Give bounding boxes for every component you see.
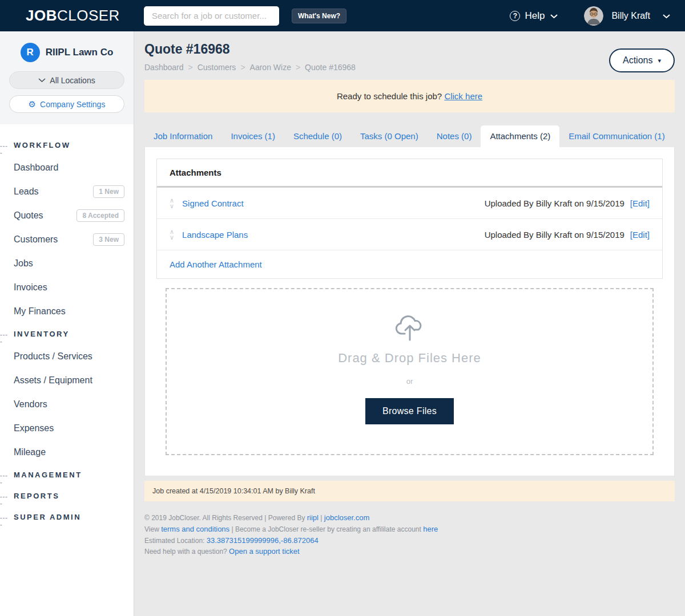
file-dropzone[interactable]: Drag & Drop Files Here or Browse Files — [166, 288, 654, 455]
browse-files-button[interactable]: Browse Files — [365, 398, 454, 424]
footer-text: | — [319, 514, 324, 522]
section-dash-icon: ---- — [0, 514, 8, 528]
footer-line-3: Estimated Location: 33.387315199999996,-… — [144, 536, 675, 546]
breadcrumb-separator: > — [240, 63, 245, 72]
company-settings-button[interactable]: ⚙ Company Settings — [9, 95, 124, 113]
sidebar-item-quotes[interactable]: Quotes8 Accepted — [0, 204, 134, 228]
tab-email-communication-1[interactable]: Email Communication (1) — [559, 125, 674, 147]
sidebar-section-workflow[interactable]: ----WORKFLOW — [0, 135, 134, 156]
company-row: R RIIPL Lawn Co — [9, 43, 124, 62]
sidebar-item-leads[interactable]: Leads1 New — [0, 180, 134, 204]
footer-text: View — [144, 525, 161, 533]
sidebar-item-mileage[interactable]: Mileage — [0, 440, 134, 464]
sidebar-item-label: Dashboard — [14, 163, 58, 173]
schedule-click-here-link[interactable]: Click here — [444, 91, 482, 101]
sidebar-item-label: Expenses — [14, 423, 54, 433]
company-name: RIIPL Lawn Co — [46, 47, 114, 58]
actions-button[interactable]: Actions ▾ — [609, 48, 675, 72]
attachment-row: ∧∨Signed ContractUploaded By Billy Kraft… — [157, 188, 662, 219]
footer-link[interactable]: 33.387315199999996,-86.872064 — [207, 536, 319, 545]
reorder-handle[interactable]: ∧∨ — [170, 229, 174, 240]
help-menu[interactable]: ? Help — [510, 10, 558, 22]
sidebar-section-management[interactable]: ----MANAGEMENT — [0, 464, 134, 485]
navbar-right: ? Help Billy Kraft — [510, 6, 685, 26]
attachment-row-right: Uploaded By Billy Kraft on 9/15/2019[Edi… — [485, 230, 650, 240]
section-dash-icon: ---- — [0, 493, 8, 506]
dropzone-title: Drag & Drop Files Here — [167, 351, 652, 366]
footer-line-2: View terms and conditions | Become a Job… — [144, 524, 675, 534]
section-label: REPORTS — [14, 492, 59, 500]
section-label: INVENTORY — [14, 330, 70, 338]
sidebar-item-label: Vendors — [14, 399, 47, 410]
logo-light: CLOSER — [57, 7, 120, 24]
footer-text: | Become a JobCloser re-seller by creati… — [229, 525, 423, 533]
sidebar-item-label: Assets / Equipment — [14, 375, 92, 386]
attachment-name-link[interactable]: Landscape Plans — [182, 230, 248, 240]
sidebar-item-vendors[interactable]: Vendors — [0, 392, 134, 416]
sidebar-section-super-admin[interactable]: ----SUPER ADMIN — [0, 506, 134, 528]
sidebar-item-assets-equipment[interactable]: Assets / Equipment — [0, 368, 134, 392]
section-dash-icon: ---- — [0, 142, 8, 156]
app-body: R RIIPL Lawn Co All Locations ⚙ Company … — [0, 31, 685, 616]
tab-schedule-0[interactable]: Schedule (0) — [284, 125, 351, 147]
tab-invoices-1[interactable]: Invoices (1) — [221, 125, 284, 147]
attachment-name-link[interactable]: Signed Contract — [182, 198, 244, 208]
section-label: MANAGEMENT — [14, 471, 82, 479]
all-locations-dropdown[interactable]: All Locations — [9, 71, 124, 89]
sidebar: R RIIPL Lawn Co All Locations ⚙ Company … — [0, 31, 134, 616]
tab-tasks-0-open[interactable]: Tasks (0 Open) — [351, 125, 428, 147]
breadcrumb-item-dashboard[interactable]: Dashboard — [144, 63, 184, 72]
attachment-row-right: Uploaded By Billy Kraft on 9/15/2019[Edi… — [485, 198, 650, 208]
global-search — [144, 6, 279, 26]
page-header: Quote #16968 Dashboard>Customers>Aaron W… — [144, 31, 675, 72]
edit-attachment-link[interactable]: [Edit] — [630, 198, 650, 208]
user-menu-name[interactable]: Billy Kraft — [611, 11, 650, 21]
page-footer: © 2019 JobCloser. All Rights Reserved | … — [144, 513, 675, 557]
section-label: SUPER ADMIN — [14, 513, 81, 521]
company-box: R RIIPL Lawn Co All Locations ⚙ Company … — [0, 31, 134, 124]
footer-link[interactable]: riipl — [307, 513, 319, 522]
breadcrumb-item-quote-16968: Quote #16968 — [305, 63, 356, 72]
company-settings-label: Company Settings — [40, 100, 105, 109]
footer-text: Estimated Location: — [144, 537, 207, 545]
avatar[interactable] — [584, 6, 603, 26]
cloud-upload-icon — [394, 313, 426, 342]
sidebar-item-label: Leads — [14, 187, 39, 197]
sidebar-badge: 8 Accepted — [76, 209, 124, 222]
sidebar-item-jobs[interactable]: Jobs — [0, 252, 134, 275]
edit-attachment-link[interactable]: [Edit] — [630, 230, 650, 240]
tab-notes-0[interactable]: Notes (0) — [428, 125, 481, 147]
sidebar-item-dashboard[interactable]: Dashboard — [0, 156, 134, 180]
help-icon: ? — [510, 11, 520, 21]
breadcrumb-item-customers[interactable]: Customers — [198, 63, 236, 72]
sidebar-section-reports[interactable]: ----REPORTS — [0, 485, 134, 506]
sidebar-item-invoices[interactable]: Invoices — [0, 275, 134, 299]
sidebar-item-label: Jobs — [14, 258, 33, 269]
dropzone-or: or — [167, 377, 652, 386]
logo-bold: JOB — [26, 7, 57, 24]
breadcrumb-item-aaron-wize[interactable]: Aaron Wize — [250, 63, 291, 72]
footer-link[interactable]: here — [423, 525, 438, 533]
attachment-rows: ∧∨Signed ContractUploaded By Billy Kraft… — [157, 188, 662, 250]
whats-new-button[interactable]: What's New? — [292, 9, 346, 23]
footer-link[interactable]: terms and conditions — [161, 525, 229, 533]
attachment-row-left: ∧∨Landscape Plans — [170, 229, 248, 240]
attachment-row-left: ∧∨Signed Contract — [170, 197, 244, 209]
footer-line-1: © 2019 JobCloser. All Rights Reserved | … — [144, 513, 675, 523]
sidebar-item-products-services[interactable]: Products / Services — [0, 345, 134, 368]
sidebar-item-expenses[interactable]: Expenses — [0, 416, 134, 440]
search-input[interactable] — [144, 6, 279, 26]
reorder-handle[interactable]: ∧∨ — [170, 197, 174, 209]
sidebar-section-inventory[interactable]: ----INVENTORY — [0, 323, 134, 345]
tab-job-information[interactable]: Job Information — [144, 125, 221, 147]
user-chevron-down-icon[interactable] — [663, 11, 670, 21]
sidebar-item-my-finances[interactable]: My Finances — [0, 299, 134, 323]
actions-label: Actions — [623, 55, 652, 66]
sidebar-badge: 3 New — [93, 233, 124, 246]
footer-link[interactable]: Open a support ticket — [229, 547, 300, 556]
add-attachment-link[interactable]: Add Another Attachment — [170, 260, 262, 269]
tab-attachments-2[interactable]: Attachments (2) — [481, 125, 559, 147]
footer-link[interactable]: jobcloser.com — [324, 513, 369, 522]
sidebar-item-customers[interactable]: Customers3 New — [0, 228, 134, 252]
company-logo: R — [21, 43, 40, 62]
